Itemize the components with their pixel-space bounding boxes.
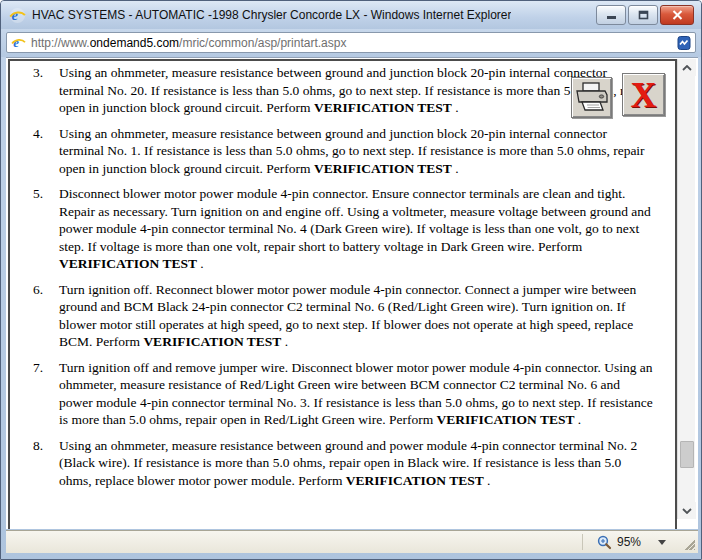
close-article-button[interactable]: X [622, 73, 665, 116]
step-number: 5. [12, 185, 43, 273]
status-separator [582, 534, 583, 550]
minimize-button[interactable] [596, 5, 626, 25]
chevron-up-icon [682, 65, 692, 71]
list-item: 6. Turn ignition off. Reconnect blower m… [12, 281, 665, 351]
title-bar[interactable]: e HVAC SYSTEMS - AUTOMATIC -1998 Chrysle… [1, 1, 701, 29]
scroll-down-button[interactable] [678, 502, 696, 519]
step-text: Disconnect blower motor power module 4-p… [59, 185, 665, 273]
red-x-close-icon: X [631, 77, 657, 113]
step-text-pre: Disconnect blower motor power module 4-p… [59, 186, 651, 254]
step-text-post: . [574, 412, 581, 427]
list-item: 4. Using an ohmmeter, measure resistance… [12, 125, 665, 178]
zoom-dropdown-arrow-icon[interactable] [658, 540, 666, 545]
step-number: 3. [12, 64, 43, 117]
list-item: 7. Turn ignition off and remove jumper w… [12, 359, 665, 429]
step-text-bold: VERIFICATION TEST [437, 412, 575, 427]
list-item: 3. Using an ohmmeter, measure resistance… [12, 64, 665, 117]
step-text-bold: VERIFICATION TEST [59, 256, 197, 271]
zoom-level-label: 95% [617, 535, 645, 549]
procedure-steps-list: 3. Using an ohmmeter, measure resistance… [12, 64, 665, 489]
vertical-scrollbar[interactable] [677, 59, 695, 519]
close-icon [672, 10, 683, 20]
step-number: 4. [12, 125, 43, 178]
resize-grip[interactable] [682, 537, 695, 550]
url-prefix: http://www. [31, 36, 90, 50]
chevron-down-icon [682, 508, 692, 514]
minimize-icon [606, 11, 617, 20]
step-text-bold: VERIFICATION TEST [314, 100, 452, 115]
svg-text:e: e [13, 36, 19, 50]
step-text: Using an ohmmeter, measure resistance be… [59, 437, 665, 490]
article-print-area: 3. Using an ohmmeter, measure resistance… [8, 59, 677, 529]
ie-favicon: e [11, 35, 26, 50]
restore-icon [638, 10, 649, 20]
address-input[interactable]: e http://www.ondemand5.com/mric/common/a… [6, 32, 696, 53]
step-text: Using an ohmmeter, measure resistance be… [59, 125, 665, 178]
scrollbar-thumb[interactable] [680, 441, 694, 468]
print-article-button[interactable] [571, 77, 612, 118]
status-bar: 95% [6, 530, 698, 553]
address-bar: e http://www.ondemand5.com/mric/common/a… [1, 29, 701, 57]
step-text-bold: VERIFICATION TEST [314, 161, 452, 176]
restore-button[interactable] [628, 5, 658, 25]
step-number: 8. [12, 437, 43, 490]
step-text-post: . [281, 334, 288, 349]
url-domain: ondemand5.com [90, 36, 179, 50]
step-text-bold: VERIFICATION TEST [346, 473, 484, 488]
close-button[interactable] [660, 5, 694, 25]
list-item: 8. Using an ohmmeter, measure resistance… [12, 437, 665, 490]
step-text-bold: VERIFICATION TEST [143, 334, 281, 349]
magnifier-icon [597, 535, 612, 550]
window-title: HVAC SYSTEMS - AUTOMATIC -1998 Chrysler … [32, 8, 511, 22]
step-text: Turn ignition off and remove jumper wire… [59, 359, 665, 429]
zoom-control[interactable]: 95% [591, 531, 672, 553]
scroll-up-button[interactable] [678, 59, 696, 76]
list-item: 5. Disconnect blower motor power module … [12, 185, 665, 273]
step-text-post: . [452, 161, 459, 176]
step-text-post: . [197, 256, 204, 271]
step-text: Turn ignition off. Reconnect blower moto… [59, 281, 665, 351]
ie-favicon: e [9, 7, 26, 24]
step-number: 6. [12, 281, 43, 351]
browser-window: e HVAC SYSTEMS - AUTOMATIC -1998 Chrysle… [0, 0, 702, 560]
step-text-post: . [484, 473, 491, 488]
page-viewport: 3. Using an ohmmeter, measure resistance… [6, 57, 698, 529]
step-text-post: . [452, 100, 459, 115]
printer-icon [575, 82, 608, 113]
refresh-icon[interactable] [676, 35, 692, 51]
step-number: 7. [12, 359, 43, 429]
url-path: /mric/common/asp/printart.aspx [179, 36, 346, 50]
